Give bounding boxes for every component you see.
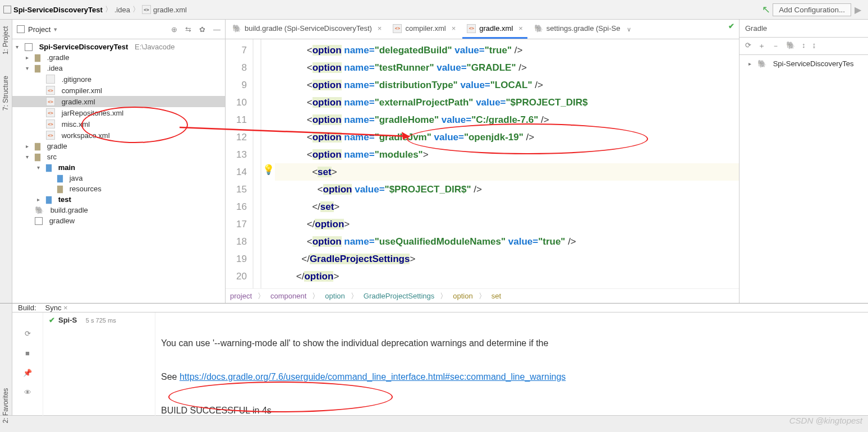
hide-icon[interactable]: — [213, 25, 221, 34]
build-output[interactable]: You can use '--warning-mode all' to show… [155, 312, 868, 432]
eye-icon[interactable]: 👁 [24, 388, 31, 397]
rerun-icon[interactable]: ⟳ [25, 329, 31, 338]
structure-tool-tab[interactable]: 7: Structure [2, 76, 10, 111]
path-seg[interactable]: option [325, 292, 345, 300]
stop-icon[interactable]: ■ [25, 349, 30, 357]
xml-file-icon: <> [142, 5, 151, 14]
tree-node-workspace[interactable]: <> workspace.xml [12, 130, 225, 141]
plus-icon[interactable]: ＋ [758, 41, 765, 51]
gradle-icon[interactable]: 🐘 [786, 41, 795, 51]
gradle-icon: 🐘 [35, 206, 44, 214]
editor: 🐘build.gradle (Spi-ServiceDiscoveryTest)… [226, 20, 739, 303]
crumb-project[interactable]: Spi-ServiceDiscoveryTest [13, 6, 103, 14]
code-body[interactable]: <option name="delegatedBuild" value="tru… [275, 39, 739, 288]
tab-build-gradle[interactable]: 🐘build.gradle (Spi-ServiceDiscoveryTest)… [228, 20, 386, 39]
tree-node-gradlexml[interactable]: <> gradle.xml [12, 96, 225, 107]
tree-node-gradlew[interactable]: gradlew [12, 215, 225, 226]
file-icon [35, 217, 43, 225]
project-panel-title[interactable]: Project [28, 25, 50, 34]
collapse-icon[interactable]: ⇆ [185, 25, 191, 34]
tree-root[interactable]: ▾ Spi-ServiceDiscoveryTest E:\Javacode [12, 42, 225, 52]
close-icon[interactable]: × [449, 24, 456, 33]
tree-node-main[interactable]: ▾▇ main [12, 162, 225, 173]
path-seg[interactable]: set [492, 292, 501, 300]
output-line: BUILD SUCCESSFUL in 4s [161, 406, 272, 415]
favorites-tool-tab[interactable]: 2: Favorites [2, 388, 10, 424]
gradle-icon: 🐘 [232, 24, 241, 33]
build-tab-sync[interactable]: Sync × [45, 304, 68, 312]
ok-check-icon: ✔ [49, 316, 55, 324]
build-task[interactable]: ✔ Spi-S 5 s 725 ms [43, 312, 155, 328]
folder-icon: ▇ [57, 174, 63, 182]
build-tab-label: Build: [18, 304, 36, 312]
collapse-icon[interactable]: ↨ [812, 41, 816, 51]
xml-file-icon: <> [46, 108, 55, 117]
settings-gear-icon[interactable]: ✿ [199, 25, 205, 34]
add-configuration-button[interactable]: Add Configuration... [773, 3, 851, 16]
tab-settings-gradle[interactable]: 🐘settings.gradle (Spi-Se [530, 20, 625, 39]
top-breadcrumb-bar: Spi-ServiceDiscoveryTest 〉 .idea 〉 <> gr… [0, 0, 868, 20]
run-button-icon[interactable]: ▶ [851, 4, 865, 15]
code-area[interactable]: 7891011121314151617181920 💡 <option name… [226, 39, 739, 288]
docs-link[interactable]: https://docs.gradle.org/7.6/userguide/co… [180, 372, 566, 382]
tree-node-jarrepos[interactable]: <> jarRepositories.xml [12, 107, 225, 118]
folder-icon: ▇ [35, 153, 40, 161]
xml-file-icon: <> [393, 24, 402, 33]
gradle-panel-title: Gradle [740, 20, 868, 38]
close-icon[interactable]: × [516, 24, 523, 33]
line-gutter: 7891011121314151617181920 [226, 39, 254, 288]
tree-node-gradle2[interactable]: ▸▇ gradle [12, 141, 225, 151]
expand-icon[interactable]: ↕ [802, 41, 806, 51]
folder-icon: ▇ [35, 53, 40, 62]
tree-node-java[interactable]: ▇ java [12, 173, 225, 183]
path-seg[interactable]: GradleProjectSettings [364, 292, 434, 300]
path-seg[interactable]: component [270, 292, 306, 300]
chevron-right-icon: 〉 [132, 4, 140, 15]
tree-node-src[interactable]: ▾▇ src [12, 151, 225, 162]
structure-path-bar: project〉 component〉 option〉 GradleProjec… [226, 288, 739, 303]
folder-icon: ▇ [57, 185, 63, 193]
bulb-icon[interactable]: 💡 [263, 164, 274, 288]
tab-gradle-xml[interactable]: <>gradle.xml× [462, 20, 527, 39]
tree-node-resources[interactable]: ▇ resources [12, 183, 225, 194]
gradle-icon: 🐘 [757, 59, 766, 68]
tree-node-idea-dir[interactable]: ▾▇ .idea [12, 63, 225, 73]
xml-file-icon: <> [46, 97, 55, 106]
gradle-root[interactable]: ▸🐘 Spi-ServiceDiscoveryTes [745, 58, 862, 69]
breadcrumb: Spi-ServiceDiscoveryTest 〉 .idea 〉 <> gr… [3, 4, 762, 15]
more-tabs-icon[interactable]: ∨ [627, 26, 631, 33]
project-view-icon [17, 25, 25, 33]
build-hammer-icon[interactable]: ↖ [762, 3, 770, 16]
tree-node-test[interactable]: ▸▇ test [12, 194, 225, 205]
tree-node-gitignore[interactable]: .gitignore [12, 73, 225, 85]
project-tool-tab[interactable]: 1: Project [2, 26, 10, 55]
minus-icon[interactable]: － [772, 41, 779, 51]
tree-node-misc[interactable]: <> misc.xml [12, 118, 225, 130]
chevron-down-icon[interactable]: ▾ [54, 26, 57, 33]
build-panel: 2: Favorites Build: Sync × ⟳ ■ 📌 👁 ✔ Spi… [0, 303, 868, 415]
tree-node-buildgradle[interactable]: 🐘 build.gradle [12, 205, 225, 215]
fold-strip[interactable] [254, 39, 261, 288]
project-tree[interactable]: ▾ Spi-ServiceDiscoveryTest E:\Javacode ▸… [12, 39, 225, 303]
pin-icon[interactable]: 📌 [23, 369, 32, 377]
folder-icon: ▇ [46, 195, 52, 204]
left-tool-strip: 1: Project 7: Structure [0, 20, 12, 303]
folder-icon: ▇ [35, 142, 40, 150]
locate-icon[interactable]: ⊕ [171, 25, 177, 34]
refresh-icon[interactable]: ⟳ [745, 41, 751, 51]
output-line: You can use '--warning-mode all' to show… [161, 338, 548, 348]
crumb-idea[interactable]: .idea [114, 6, 130, 14]
tree-node-compiler[interactable]: <> compiler.xml [12, 85, 225, 96]
gradle-icon: 🐘 [534, 24, 543, 33]
chevron-right-icon: 〉 [105, 4, 112, 15]
tree-node-gradle-dir[interactable]: ▸▇ .gradle [12, 52, 225, 63]
path-seg[interactable]: project [230, 292, 252, 300]
crumb-file[interactable]: gradle.xml [153, 6, 187, 14]
xml-file-icon: <> [467, 24, 476, 33]
close-icon[interactable]: × [375, 24, 382, 33]
path-seg[interactable]: option [453, 292, 472, 300]
xml-file-icon: <> [46, 131, 55, 140]
folder-icon: ▇ [46, 163, 52, 172]
tab-compiler[interactable]: <>compiler.xml× [388, 20, 460, 39]
output-line: See [161, 372, 180, 382]
